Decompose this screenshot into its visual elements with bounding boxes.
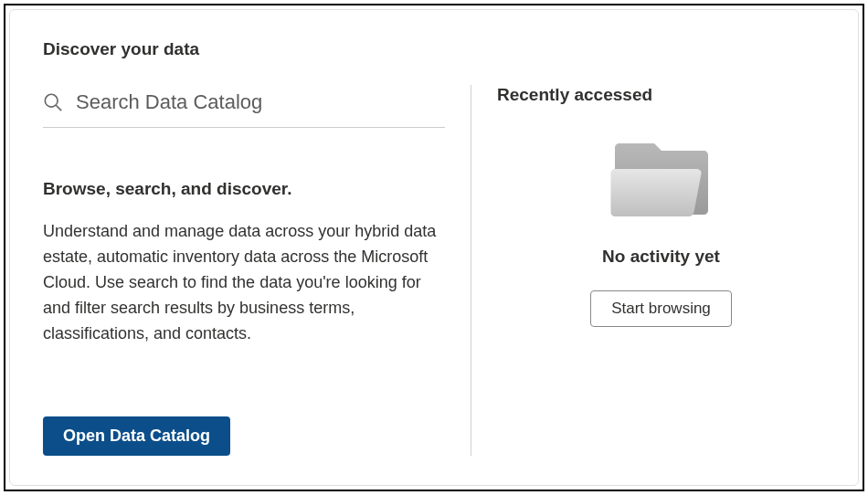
search-input[interactable] [76, 90, 445, 114]
search-field[interactable] [43, 85, 445, 128]
discover-data-card: Discover your data Browse, search, and d… [9, 9, 859, 486]
recently-accessed-heading: Recently accessed [497, 85, 825, 105]
right-column: Recently accessed [497, 85, 825, 456]
folder-open-icon [607, 138, 716, 225]
empty-state: No activity yet Start browsing [497, 138, 825, 327]
open-data-catalog-button[interactable]: Open Data Catalog [43, 416, 230, 456]
left-column: Browse, search, and discover. Understand… [43, 85, 445, 456]
card-title: Discover your data [43, 39, 825, 59]
start-browsing-button[interactable]: Start browsing [590, 290, 732, 327]
column-divider [471, 85, 471, 456]
browse-subheading: Browse, search, and discover. [43, 179, 445, 199]
description-text: Understand and manage data across your h… [43, 219, 445, 346]
svg-line-1 [56, 105, 61, 111]
svg-point-0 [45, 94, 58, 107]
search-icon [43, 91, 63, 113]
no-activity-text: No activity yet [602, 247, 720, 267]
